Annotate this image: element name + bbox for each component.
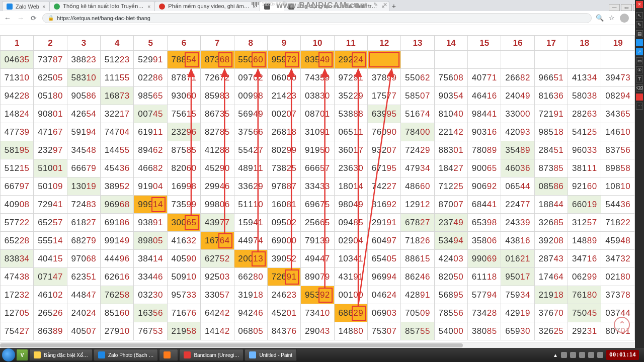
- col-header: 9: [267, 36, 300, 51]
- number-tool[interactable]: ①: [636, 66, 643, 73]
- taskbar-item[interactable]: Untitled - Paint: [245, 349, 297, 361]
- col-header: 19: [601, 36, 635, 51]
- taskbar-v-icon[interactable]: V: [16, 349, 28, 361]
- table-cell: [367, 51, 400, 69]
- table-cell: 42891: [401, 286, 434, 304]
- table-cell: 51110: [234, 196, 267, 214]
- table-cell: 24623: [267, 286, 300, 304]
- tray-icon[interactable]: [588, 352, 594, 358]
- table-cell: 42919: [501, 304, 534, 322]
- table-cell: 95733: [167, 286, 200, 304]
- table-cell: 87585: [167, 141, 200, 159]
- table-cell: 44847: [67, 286, 100, 304]
- table-cell: 71826: [401, 232, 434, 250]
- table-cell: 50109: [34, 177, 67, 196]
- table-cell: 58507: [401, 87, 434, 105]
- table-cell: 97068: [67, 250, 100, 268]
- table-cell: [601, 51, 635, 69]
- tray-icon[interactable]: [597, 352, 603, 358]
- profile-avatar[interactable]: [620, 14, 629, 23]
- table-cell: 98441: [468, 105, 501, 123]
- close-icon[interactable]: ×: [147, 4, 150, 10]
- toolbar-close[interactable]: ×: [636, 1, 643, 8]
- pen-tool[interactable]: ✎: [636, 21, 643, 28]
- table-cell: 96651: [534, 69, 568, 87]
- table-cell: 15941: [234, 214, 267, 232]
- table-cell: 37378: [601, 286, 635, 304]
- table-cell: 66657: [301, 159, 334, 177]
- table-cell: 45436: [101, 159, 134, 177]
- tray-icon[interactable]: [561, 352, 567, 358]
- arrow-tool[interactable]: ↗: [636, 48, 643, 55]
- table-cell: 54125: [568, 123, 601, 141]
- tray-icon[interactable]: [570, 352, 576, 358]
- nav-back[interactable]: ←: [3, 14, 12, 23]
- window-minimize[interactable]: —: [609, 4, 620, 11]
- col-header: 10: [301, 36, 334, 51]
- close-icon[interactable]: ×: [42, 4, 45, 10]
- col-header: 4: [101, 36, 134, 51]
- table-cell: 06299: [568, 268, 601, 286]
- rect-tool[interactable]: ▭: [636, 57, 643, 64]
- table-cell: 62752: [201, 250, 234, 268]
- line-tool[interactable]: ─: [636, 39, 643, 46]
- taskbar-item[interactable]: Bảng đặc biệt Xổ…: [29, 349, 93, 361]
- table-cell: 86735: [201, 105, 234, 123]
- tray-expand-icon[interactable]: ▲: [553, 352, 558, 358]
- table-cell: 90586: [67, 87, 100, 105]
- zoom-icon[interactable]: 🔍: [596, 14, 604, 22]
- table-cell: 40415: [34, 250, 67, 268]
- table-cell: 63995: [367, 105, 400, 123]
- tray-icon[interactable]: [579, 352, 585, 358]
- taskbar-item[interactable]: Bandicam (Unregi…: [179, 349, 244, 361]
- horizontal-scrollbar[interactable]: [0, 342, 635, 348]
- table-cell: 04624: [367, 286, 400, 304]
- table-cell: 43977: [201, 214, 234, 232]
- table-cell: 18427: [434, 159, 467, 177]
- browser-toolbar: ← → ⟳ 🔒 https://ketqua.net/bang-dac-biet…: [0, 11, 644, 25]
- table-cell: 33057: [201, 286, 234, 304]
- table-cell: 56949: [234, 105, 267, 123]
- table-cell: 31918: [234, 286, 267, 304]
- tab-bandicam[interactable]: Phần mềm quay video, ghi âm g…×: [154, 1, 260, 11]
- nav-reload[interactable]: ⟳: [29, 14, 38, 23]
- tab-zalo[interactable]: Zalo Web×: [2, 1, 50, 11]
- col-header: 6: [167, 36, 200, 51]
- col-header: 11: [334, 36, 367, 51]
- taskbar-item[interactable]: [159, 349, 178, 361]
- window-maximize[interactable]: ▭: [621, 4, 632, 11]
- color-tool[interactable]: [636, 94, 643, 101]
- table-cell: 66019: [568, 196, 601, 214]
- table-cell: 16081: [267, 196, 300, 214]
- address-bar[interactable]: 🔒 https://ketqua.net/bang-dac-biet-thang: [42, 13, 592, 23]
- text-tool[interactable]: T: [636, 75, 643, 82]
- taskbar-item[interactable]: Zalo Photo (Bạch …: [94, 349, 158, 361]
- nav-forward[interactable]: →: [16, 14, 25, 23]
- table-cell: 23297: [34, 141, 67, 159]
- star-icon[interactable]: ☆: [608, 14, 616, 22]
- table-cell: 65930: [501, 322, 534, 340]
- start-button[interactable]: [2, 348, 15, 361]
- table-cell: 39473: [601, 69, 635, 87]
- table-cell: 72672: [201, 69, 234, 87]
- lock-icon: 🔒: [48, 15, 54, 21]
- scroll-to-top-button[interactable]: ⌃: [614, 317, 630, 333]
- new-tab-button[interactable]: +: [389, 2, 399, 11]
- system-tray[interactable]: ▲ 00:01:14: [553, 350, 642, 360]
- highlight-tool[interactable]: ▤: [636, 30, 643, 37]
- table-cell: 46682: [134, 159, 167, 177]
- table-cell: 32217: [101, 105, 134, 123]
- table-cell: 10810: [601, 177, 635, 196]
- tab-thongke[interactable]: Thống kê tần suất loto Truyền Th…×: [49, 1, 155, 11]
- cursor-tool[interactable]: ↖: [636, 12, 643, 19]
- table-cell: [468, 51, 501, 69]
- table-cell: 62616: [101, 268, 134, 286]
- table-cell: 73410: [301, 304, 334, 322]
- table-cell: 28451: [534, 141, 568, 159]
- table-cell: 23296: [167, 123, 200, 141]
- table-cell: 85983: [201, 87, 234, 105]
- table-cell: 33629: [234, 177, 267, 196]
- more-tool[interactable]: ⋯: [636, 103, 643, 110]
- table-cell: 16356: [134, 304, 167, 322]
- erase-tool[interactable]: ⌫: [636, 84, 643, 92]
